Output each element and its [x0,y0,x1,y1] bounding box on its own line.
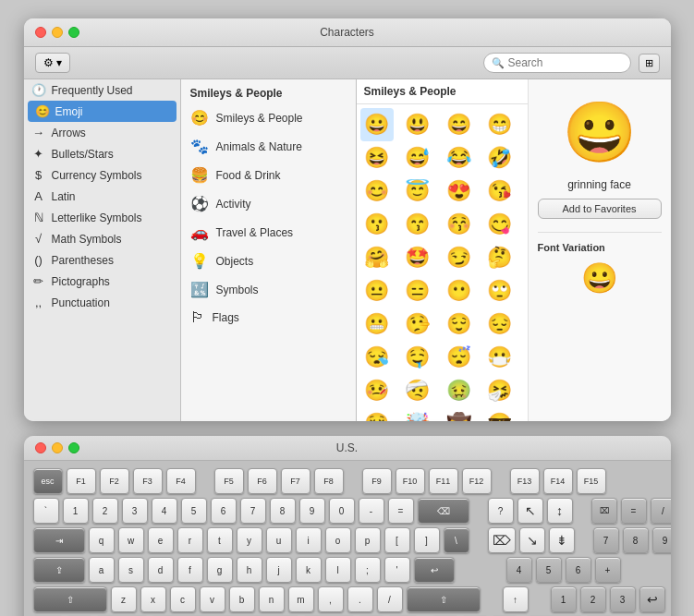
key-equals[interactable]: = [388,498,414,524]
key-b[interactable]: b [229,586,255,612]
emoji-cell[interactable]: 😀 [360,108,394,141]
key-rbracket[interactable]: ] [414,527,440,553]
key-d[interactable]: d [148,557,174,583]
emoji-cell[interactable]: 🤩 [401,241,434,274]
key-f7[interactable]: F7 [281,468,310,494]
sidebar-item-arrows[interactable]: → Arrows [24,122,180,143]
sidebar-item-pictographs[interactable]: ✏ Pictographs [24,271,180,292]
key-t[interactable]: t [207,527,233,553]
emoji-cell[interactable]: 😄 [442,108,475,141]
key-up[interactable]: ↑ [503,586,529,612]
key-8[interactable]: 8 [270,498,296,524]
key-delete[interactable]: ⌫ [418,498,469,524]
maximize-button[interactable] [68,27,79,38]
key-np-eq[interactable]: = [621,498,647,524]
key-x[interactable]: x [140,586,166,612]
sidebar-item-letterlike[interactable]: ℕ Letterlike Symbols [24,207,180,228]
key-e[interactable]: e [148,527,174,553]
emoji-cell[interactable]: 🤣 [482,141,516,175]
key-lshift[interactable]: ⇧ [33,586,107,612]
key-f6[interactable]: F6 [248,468,277,494]
emoji-cell[interactable]: 😆 [360,141,394,175]
key-nav-q[interactable]: ? [488,498,514,524]
emoji-cell[interactable]: 🤠 [442,407,475,421]
key-u[interactable]: u [266,527,292,553]
key-minus[interactable]: - [359,498,384,524]
key-f4[interactable]: F4 [166,468,196,494]
emoji-cell[interactable]: 😍 [442,175,475,208]
sidebar-item-parentheses[interactable]: () Parentheses [24,249,180,271]
key-q[interactable]: q [89,527,115,553]
key-3[interactable]: 3 [122,498,148,524]
key-v[interactable]: v [200,586,225,612]
emoji-cell[interactable]: 🤥 [401,308,434,341]
emoji-cell[interactable]: 🤢 [442,374,475,407]
minimize-button[interactable] [52,27,63,38]
key-o[interactable]: o [325,527,351,553]
key-comma[interactable]: , [318,586,344,612]
key-np-8[interactable]: 8 [623,527,649,553]
subcategory-activity[interactable]: ⚽ Activity [181,189,356,218]
key-z[interactable]: z [111,586,137,612]
key-f10[interactable]: F10 [396,468,425,494]
key-f3[interactable]: F3 [133,468,163,494]
key-4[interactable]: 4 [152,498,177,524]
key-f1[interactable]: F1 [67,468,96,494]
key-nav-e[interactable]: ↕ [547,498,573,524]
key-np-clear[interactable]: ⌧ [591,498,617,524]
emoji-cell[interactable]: 🤗 [360,241,394,274]
key-f11[interactable]: F11 [429,468,458,494]
emoji-cell[interactable]: 😏 [442,241,475,274]
emoji-cell[interactable]: 🤧 [482,374,516,407]
emoji-cell[interactable]: 😘 [482,175,516,208]
view-toggle-button[interactable]: ⊞ [639,54,660,73]
emoji-cell[interactable]: 😙 [401,208,434,241]
gear-button[interactable]: ⚙ ▾ [35,53,70,73]
key-np-plus[interactable]: + [595,557,621,583]
key-lbracket[interactable]: [ [384,527,410,553]
key-g[interactable]: g [207,557,233,583]
key-5[interactable]: 5 [181,498,207,524]
key-f12[interactable]: F12 [462,468,492,494]
key-np-7[interactable]: 7 [593,527,619,553]
key-f14[interactable]: F14 [543,468,573,494]
key-period[interactable]: . [347,586,373,612]
key-n[interactable]: n [259,586,285,612]
sidebar-item-frequently-used[interactable]: 🕐 Frequently Used [24,79,180,101]
subcategory-smileys[interactable]: 😊 Smileys & People [181,103,356,132]
emoji-cell[interactable]: 😇 [401,175,434,208]
key-y[interactable]: y [237,527,262,553]
sidebar-item-punctuation[interactable]: ,, Punctuation [24,292,180,313]
emoji-cell[interactable]: 🤕 [401,374,434,407]
sidebar-item-bullets[interactable]: ✦ Bullets/Stars [24,143,180,164]
emoji-cell[interactable]: 😴 [442,341,475,374]
key-np-9[interactable]: 9 [652,527,671,553]
kb-minimize-button[interactable] [52,442,63,453]
emoji-cell[interactable]: 😅 [401,141,434,175]
emoji-cell[interactable]: 😁 [482,108,516,141]
key-j[interactable]: j [266,557,292,583]
key-a[interactable]: a [89,557,115,583]
close-button[interactable] [35,27,46,38]
key-quote[interactable]: ' [384,557,410,583]
emoji-cell[interactable]: 😂 [442,141,475,175]
key-f[interactable]: f [177,557,203,583]
key-slash[interactable]: / [377,586,403,612]
key-return[interactable]: ↩ [414,557,455,583]
key-f8[interactable]: F8 [314,468,344,494]
key-tab[interactable]: ⇥ [33,527,85,553]
subcategory-symbols[interactable]: 🔣 Symbols [181,275,356,304]
key-nav-del[interactable]: ⌦ [488,527,516,553]
emoji-cell[interactable]: 🤔 [482,241,516,274]
key-i[interactable]: i [296,527,322,553]
kb-maximize-button[interactable] [68,442,79,453]
key-9[interactable]: 9 [299,498,325,524]
sidebar-item-currency[interactable]: $ Currency Symbols [24,164,180,186]
kb-close-button[interactable] [35,442,46,453]
emoji-cell[interactable]: 😐 [360,274,394,308]
key-f5[interactable]: F5 [214,468,244,494]
emoji-cell[interactable]: 😗 [360,208,394,241]
key-rshift[interactable]: ⇧ [407,586,481,612]
key-p[interactable]: p [355,527,381,553]
key-m[interactable]: m [288,586,314,612]
